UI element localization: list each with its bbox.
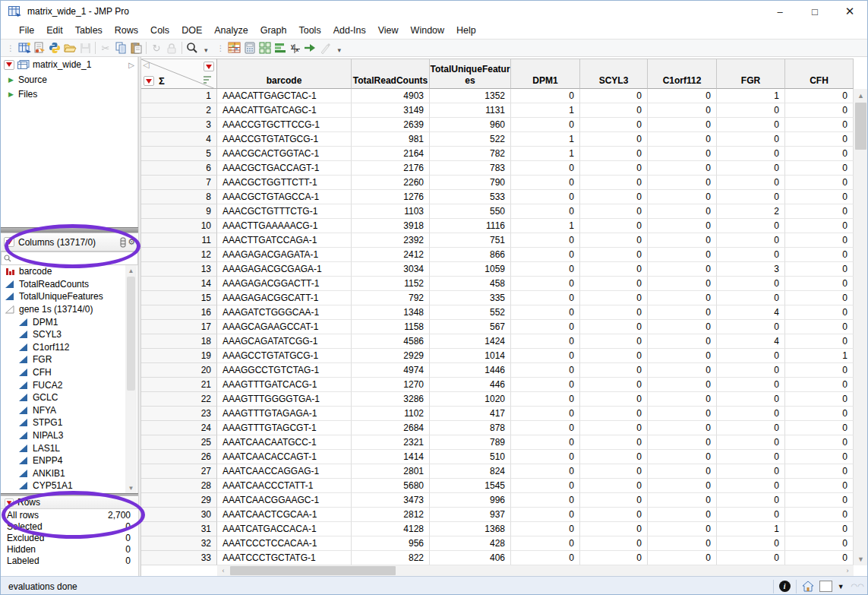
barcode-cell[interactable]: AAATCAACTCGCAA-1 <box>217 508 352 522</box>
totaluniquefeatures-cell[interactable]: 458 <box>430 277 511 291</box>
totaluniquefeatures-cell[interactable]: 790 <box>430 176 511 190</box>
dpm1-cell[interactable]: 0 <box>511 334 580 349</box>
dpm1-cell[interactable]: 0 <box>511 89 580 103</box>
cfh-cell[interactable]: 0 <box>785 291 854 305</box>
scyl3-cell[interactable]: 0 <box>580 421 648 435</box>
barcode-cell[interactable]: AAAGCCTGTATGCG-1 <box>217 349 352 363</box>
collapse-panel-icon[interactable]: ◁ <box>143 60 149 70</box>
barcode-cell[interactable]: AAAGTTTGATCACG-1 <box>217 378 352 392</box>
gear-icon[interactable]: ⚙ <box>128 237 135 247</box>
cfh-cell[interactable]: 0 <box>785 204 854 219</box>
fgr-cell[interactable]: 1 <box>717 522 785 536</box>
row-number-cell[interactable]: 9 <box>141 204 217 219</box>
totaluniquefeatures-cell[interactable]: 1424 <box>430 334 511 349</box>
c1orf112-cell[interactable]: 0 <box>648 291 717 305</box>
menu-item[interactable]: Analyze <box>208 24 254 37</box>
totaluniquefeatures-cell[interactable]: 533 <box>430 190 511 204</box>
scyl3-cell[interactable]: 0 <box>580 305 648 320</box>
totalreadcounts-cell[interactable]: 2260 <box>352 176 430 190</box>
c1orf112-cell[interactable]: 0 <box>648 421 717 435</box>
row-number-cell[interactable]: 20 <box>141 363 217 378</box>
data-table-icon[interactable] <box>227 40 242 55</box>
row-number-cell[interactable]: 22 <box>141 392 217 407</box>
column-header[interactable]: TotalReadCounts <box>352 59 430 89</box>
totaluniquefeatures-cell[interactable]: 960 <box>430 118 511 132</box>
row-number-cell[interactable]: 3 <box>141 118 217 132</box>
column-list-item[interactable]: DPM1 <box>1 315 137 328</box>
totalreadcounts-cell[interactable]: 2684 <box>352 421 430 435</box>
rows-stat-row[interactable]: Labeled 0 <box>1 555 138 566</box>
expand-arrow-icon[interactable]: ▷ <box>128 61 134 69</box>
column-stack-icon[interactable] <box>120 237 126 248</box>
row-number-cell[interactable]: 11 <box>141 233 217 248</box>
scyl3-cell[interactable]: 0 <box>580 435 648 450</box>
barcode-cell[interactable]: AAAGGCCTGTCTAG-1 <box>217 363 352 378</box>
dpm1-cell[interactable]: 1 <box>511 132 580 147</box>
menu-item[interactable]: Tables <box>69 24 109 37</box>
barcode-cell[interactable]: AAACTTGAAAAACG-1 <box>217 219 352 233</box>
row-number-cell[interactable]: 25 <box>141 435 217 450</box>
totalreadcounts-cell[interactable]: 2321 <box>352 435 430 450</box>
dpm1-cell[interactable]: 0 <box>511 551 580 565</box>
cfh-cell[interactable]: 0 <box>785 277 854 291</box>
barcode-cell[interactable]: AAAGAGACGAGATA-1 <box>217 248 352 262</box>
sidebar-item-files[interactable]: ▶ Files <box>1 87 137 101</box>
totalreadcounts-cell[interactable]: 956 <box>352 536 430 551</box>
totaluniquefeatures-cell[interactable]: 522 <box>430 132 511 147</box>
cfh-cell[interactable]: 0 <box>785 479 854 493</box>
c1orf112-cell[interactable]: 0 <box>648 305 717 320</box>
fgr-cell[interactable]: 0 <box>717 132 785 147</box>
dpm1-cell[interactable]: 0 <box>511 421 580 435</box>
barcode-cell[interactable]: AAACGCTGACCAGT-1 <box>217 161 352 176</box>
scyl3-cell[interactable]: 0 <box>580 248 648 262</box>
totaluniquefeatures-cell[interactable]: 1352 <box>430 89 511 103</box>
row-number-cell[interactable]: 10 <box>141 219 217 233</box>
totalreadcounts-cell[interactable]: 2801 <box>352 464 430 479</box>
rows-red-triangle-icon[interactable] <box>144 76 154 86</box>
cfh-cell[interactable]: 0 <box>785 378 854 392</box>
column-header[interactable]: DPM1 <box>511 59 580 89</box>
totalreadcounts-cell[interactable]: 1276 <box>352 190 430 204</box>
scyl3-cell[interactable]: 0 <box>580 479 648 493</box>
barcode-cell[interactable]: AAACCGTGTATGCG-1 <box>217 132 352 147</box>
fgr-cell[interactable]: 0 <box>717 479 785 493</box>
totaluniquefeatures-cell[interactable]: 1116 <box>430 219 511 233</box>
dpm1-cell[interactable]: 0 <box>511 248 580 262</box>
minimize-button[interactable]: – <box>762 1 797 22</box>
fgr-cell[interactable]: 0 <box>717 536 785 551</box>
totalreadcounts-cell[interactable]: 2176 <box>352 161 430 176</box>
scyl3-cell[interactable]: 0 <box>580 132 648 147</box>
barcode-cell[interactable]: AAATCAACGGAAGC-1 <box>217 493 352 508</box>
row-number-cell[interactable]: 13 <box>141 262 217 277</box>
dpm1-cell[interactable]: 0 <box>511 118 580 132</box>
fgr-cell[interactable]: 4 <box>717 305 785 320</box>
scroll-right-icon[interactable]: › <box>841 565 854 576</box>
cfh-cell[interactable]: 0 <box>785 132 854 147</box>
row-number-cell[interactable]: 14 <box>141 277 217 291</box>
dpm1-cell[interactable]: 0 <box>511 407 580 421</box>
open-icon[interactable] <box>62 40 77 55</box>
menu-item[interactable]: File <box>13 24 40 37</box>
c1orf112-cell[interactable]: 0 <box>648 248 717 262</box>
fgr-cell[interactable]: 0 <box>717 378 785 392</box>
totaluniquefeatures-cell[interactable]: 406 <box>430 551 511 565</box>
columns-search-box[interactable] <box>1 252 138 265</box>
menu-item[interactable]: Tools <box>292 24 327 37</box>
refresh-icon[interactable]: ↻ <box>149 40 164 55</box>
home-icon[interactable] <box>802 581 814 592</box>
c1orf112-cell[interactable]: 0 <box>648 508 717 522</box>
panel-splitter[interactable] <box>1 227 138 233</box>
dpm1-cell[interactable]: 1 <box>511 219 580 233</box>
c1orf112-cell[interactable]: 0 <box>648 536 717 551</box>
dpm1-cell[interactable]: 0 <box>511 176 580 190</box>
totaluniquefeatures-cell[interactable]: 824 <box>430 464 511 479</box>
barcode-cell[interactable]: AAACGCTGTAGCCA-1 <box>217 190 352 204</box>
dpm1-cell[interactable]: 0 <box>511 305 580 320</box>
dpm1-cell[interactable]: 0 <box>511 435 580 450</box>
rows-stat-row[interactable]: All rows 2,700 <box>1 509 138 521</box>
c1orf112-cell[interactable]: 0 <box>648 363 717 378</box>
c1orf112-cell[interactable]: 0 <box>648 450 717 464</box>
cfh-cell[interactable]: 0 <box>785 522 854 536</box>
c1orf112-cell[interactable]: 0 <box>648 204 717 219</box>
scroll-up-icon[interactable]: ▲ <box>854 89 868 102</box>
